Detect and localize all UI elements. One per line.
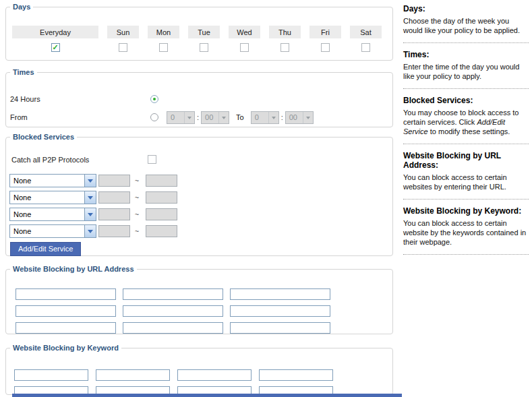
- times-section: Times 24 Hours From 0 : 00 To 0 : 00: [5, 68, 393, 127]
- service-select-2[interactable]: None: [9, 191, 96, 204]
- service-select-4[interactable]: None: [9, 224, 96, 238]
- service-select-1[interactable]: None: [9, 174, 96, 187]
- sun-checkbox[interactable]: [119, 43, 127, 52]
- port-start-input-3: [98, 208, 130, 220]
- help-title: Days:: [403, 4, 529, 13]
- day-header-row: Everyday Sun Mon Tue Wed Thu Fri Sat: [12, 26, 382, 38]
- keyword-input-4[interactable]: [259, 369, 333, 381]
- dropdown-arrow-icon: [84, 191, 96, 204]
- 24hours-radio[interactable]: [150, 95, 158, 103]
- url-input-6[interactable]: [230, 305, 330, 317]
- wed-checkbox[interactable]: [240, 43, 249, 52]
- help-title: Website Blocking by Keyword:: [403, 206, 529, 216]
- port-start-input-1: [98, 175, 130, 187]
- days-legend: Days: [10, 3, 33, 11]
- time-range-controls: 0 : 00 To 0 : 00: [166, 111, 314, 124]
- days-section: Days Everyday Sun Mon Tue Wed Thu Fri Sa…: [5, 3, 393, 61]
- port-end-input-2: [146, 191, 177, 204]
- help-section-days: Days: Choose the day of the week you wou…: [403, 4, 529, 43]
- day-header-wed: Wed: [229, 26, 260, 38]
- keyword-blocking-section: Website Blocking by Keyword: [5, 344, 393, 395]
- port-range-tilde: ~: [130, 210, 144, 218]
- dropdown-arrow-icon: [218, 112, 229, 123]
- everyday-checkbox[interactable]: [51, 43, 60, 52]
- help-section-blocked-services: Blocked Services: You may choose to bloc…: [403, 96, 529, 144]
- from-label: From: [10, 113, 150, 121]
- blocked-services-section: Blocked Services Catch all P2P Protocols…: [5, 133, 393, 256]
- keyword-input-3[interactable]: [177, 369, 252, 381]
- sat-checkbox[interactable]: [361, 43, 370, 52]
- dropdown-arrow-icon: [184, 112, 194, 123]
- url-input-grid: [16, 288, 330, 334]
- help-title: Website Blocking by URL Address:: [403, 151, 529, 170]
- thu-checkbox[interactable]: [280, 43, 289, 52]
- port-start-input-2: [98, 191, 130, 204]
- url-blocking-section: Website Blocking by URL Address: [5, 265, 393, 334]
- help-section-url-blocking: Website Blocking by URL Address: You can…: [403, 151, 529, 200]
- url-input-4[interactable]: [16, 305, 116, 317]
- 24hours-row: 24 Hours: [10, 92, 158, 106]
- url-input-1[interactable]: [16, 288, 116, 300]
- next-section-top-bar: [12, 394, 402, 397]
- day-checkbox-row: [12, 43, 382, 52]
- keyword-input-grid: [14, 369, 333, 397]
- url-blocking-legend: Website Blocking by URL Address: [10, 265, 137, 273]
- keyword-input-1[interactable]: [14, 369, 88, 381]
- keyword-input-2[interactable]: [96, 369, 170, 381]
- day-header-mon: Mon: [148, 26, 179, 38]
- help-text: You may choose to block access to certai…: [403, 108, 529, 136]
- day-header-everyday: Everyday: [12, 26, 98, 38]
- url-input-2[interactable]: [123, 288, 223, 300]
- tue-checkbox[interactable]: [200, 43, 208, 52]
- port-range-tilde: ~: [130, 177, 144, 185]
- blocked-service-row: None ~: [9, 224, 177, 238]
- dropdown-arrow-icon: [303, 112, 313, 123]
- to-hour-select: 0: [251, 111, 279, 124]
- help-title: Times:: [403, 50, 529, 59]
- port-end-input-3: [146, 208, 177, 220]
- time-colon: :: [197, 113, 199, 121]
- url-input-9[interactable]: [230, 322, 330, 334]
- port-end-input-4: [146, 225, 177, 237]
- day-header-fri: Fri: [309, 26, 341, 38]
- from-minute-select: 00: [201, 111, 229, 124]
- help-title: Blocked Services:: [403, 96, 529, 105]
- blocked-service-row: None ~: [9, 174, 177, 187]
- help-text: You can block access to certain website …: [403, 218, 529, 247]
- day-header-sat: Sat: [350, 26, 382, 38]
- dropdown-arrow-icon: [268, 112, 278, 123]
- mon-checkbox[interactable]: [159, 43, 168, 52]
- port-range-tilde: ~: [130, 193, 144, 202]
- help-section-times: Times: Enter the time of the day you wou…: [403, 50, 529, 89]
- port-start-input-4: [98, 225, 130, 237]
- service-select-3[interactable]: None: [9, 208, 96, 221]
- catch-all-p2p-label: Catch all P2P Protocols: [11, 156, 89, 164]
- blocked-service-row: None ~: [9, 208, 177, 221]
- to-label: To: [236, 113, 244, 121]
- to-minute-select: 00: [285, 111, 314, 124]
- port-end-input-1: [146, 175, 177, 187]
- blocked-services-legend: Blocked Services: [10, 133, 77, 141]
- catch-all-p2p-checkbox[interactable]: [148, 155, 156, 164]
- from-radio[interactable]: [150, 113, 158, 121]
- day-header-sun: Sun: [107, 26, 139, 38]
- times-legend: Times: [10, 68, 37, 76]
- add-edit-service-button[interactable]: Add/Edit Service: [10, 242, 81, 256]
- url-input-3[interactable]: [230, 288, 330, 300]
- fri-checkbox[interactable]: [321, 43, 330, 52]
- 24hours-label: 24 Hours: [10, 95, 150, 103]
- dropdown-arrow-icon: [84, 175, 96, 187]
- dropdown-arrow-icon: [84, 208, 96, 220]
- blocked-service-row: None ~: [9, 191, 177, 204]
- help-sidebar: Days: Choose the day of the week you wou…: [403, 4, 529, 262]
- help-text: Choose the day of the week you would lik…: [403, 16, 529, 35]
- from-row: From 0 : 00 To 0 : 00: [10, 111, 314, 124]
- port-range-tilde: ~: [130, 227, 144, 235]
- url-input-5[interactable]: [123, 305, 223, 317]
- from-hour-select: 0: [167, 111, 195, 124]
- day-header-tue: Tue: [188, 26, 220, 38]
- url-input-8[interactable]: [123, 322, 223, 334]
- url-input-7[interactable]: [16, 322, 116, 334]
- help-text: Enter the time of the day you would like…: [403, 62, 529, 81]
- time-colon: :: [281, 113, 283, 121]
